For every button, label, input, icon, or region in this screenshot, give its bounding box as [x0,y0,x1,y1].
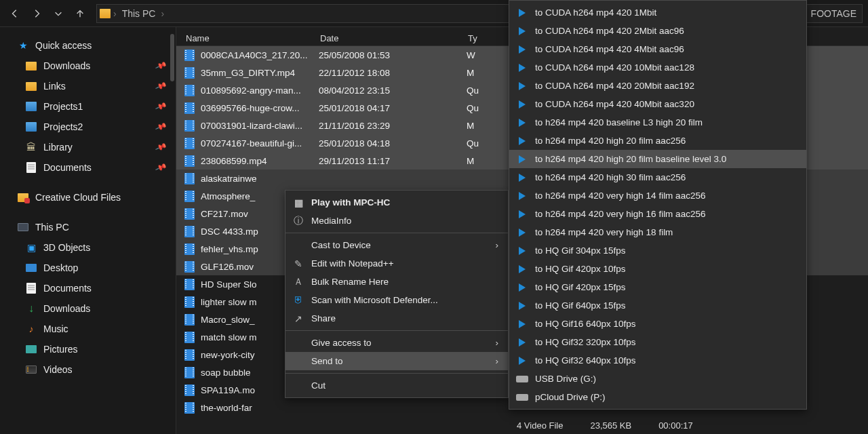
sendto-item[interactable]: to CUDA h264 mp4 420 4Mbit aac96 [509,40,806,58]
sendto-item[interactable]: to h264 mp4 420 very high 16 film aac256 [509,205,806,223]
ctx-cut[interactable]: Cut [285,376,508,395]
sidebar-item-documents-pc[interactable]: Documents [0,278,176,298]
chevron-right-icon: › [496,240,499,250]
sendto-item[interactable]: to h264 mp4 420 high 20 film baseline le… [509,150,806,168]
file-type: Qu [457,138,479,149]
sendto-item[interactable]: to HQ Gif32 320px 10fps [509,333,806,351]
sendto-item[interactable]: to CUDA h264 mp4 420 2Mbit aac96 [509,22,806,40]
up-button[interactable] [71,4,90,23]
sendto-item[interactable]: to CUDA h264 mp4 420 20Mbit aac192 [509,77,806,95]
sidebar-item-desktop[interactable]: Desktop [0,258,176,278]
sendto-item[interactable]: to h264 mp4 420 high 20 film aac256 [509,132,806,150]
sidebar-item-label: Creative Cloud Files [35,192,121,203]
sidebar-item-music[interactable]: ♪Music [0,319,176,339]
sendto-item[interactable]: to HQ Gif32 640px 10fps [509,351,806,370]
play-triangle-icon [516,62,528,74]
pin-icon: 📌 [155,121,167,133]
sendto-drive[interactable]: USB Drive (G:) [509,370,806,388]
sidebar-item-quick-access[interactable]: ★Quick access [0,35,176,56]
breadcrumb-footage[interactable]: FOOTAGE [808,8,859,19]
video-file-icon [183,66,195,79]
sidebar-item-documents[interactable]: Documents📌 [0,157,176,178]
ctx-mediainfo[interactable]: ⓘMediaInfo [285,212,508,230]
sendto-item[interactable]: to h264 mp4 420 baseline L3 high 20 film [509,113,806,132]
sidebar-item-this-pc[interactable]: This PC [0,217,176,237]
play-triangle-icon [516,98,528,111]
ctx-label: Play with MPC-HC [311,197,390,208]
sendto-label: to h264 mp4 420 high 20 film aac256 [535,136,686,146]
disk-icon [26,122,37,132]
ctx-send-to[interactable]: Send to› [285,352,508,370]
sidebar-item-creative-cloud[interactable]: Creative Cloud Files [0,187,176,208]
file-name: 036995766-huge-crow... [201,103,309,113]
file-date: 25/05/2008 01:53 [309,50,457,60]
sidebar-item-label: Documents [43,283,92,294]
chevron-right-icon: › [496,338,499,348]
ctx-notepad[interactable]: ✎Edit with Notepad++ [285,254,508,273]
sidebar-item-downloads[interactable]: Downloads📌 [0,56,176,76]
sendto-item[interactable]: to h264 mp4 420 very high 18 film [509,223,806,241]
ctx-give-access[interactable]: Give access to› [285,334,508,352]
breadcrumb-this-pc[interactable]: This PC [119,8,159,19]
sidebar-item-3d-objects[interactable]: ▣3D Objects [0,237,176,258]
ctx-label: Bulk Rename Here [311,277,389,287]
video-file-icon [183,155,195,167]
ctx-cast[interactable]: Cast to Device› [285,236,508,254]
sendto-label: to CUDA h264 mp4 420 20Mbit aac192 [535,81,694,91]
notepad-icon: ✎ [292,258,304,270]
sidebar-item-links[interactable]: Links📌 [0,76,176,96]
sendto-item[interactable]: to HQ Gif 304px 15fps [509,241,806,260]
sendto-item[interactable]: to h264 mp4 420 very high 14 film aac256 [509,186,806,205]
separator [285,373,508,374]
sidebar-item-label: 3D Objects [43,242,90,253]
scrollbar-thumb[interactable] [170,34,174,81]
sidebar-item-label: Downloads [43,303,90,314]
column-header-name[interactable]: Name [176,33,311,43]
pin-icon: 📌 [155,161,167,174]
video-file-icon [183,225,195,237]
ctx-share[interactable]: ↗Share [285,309,508,328]
sidebar-item-label: Documents [43,162,92,173]
column-header-date[interactable]: Date [311,33,458,43]
back-button[interactable] [5,4,24,23]
play-triangle-icon [516,43,528,56]
chevron-right-icon: › [113,8,117,19]
sidebar-item-pictures[interactable]: Pictures [0,339,176,359]
sendto-item[interactable]: to h264 mp4 420 high 30 film aac256 [509,168,806,186]
sidebar-item-projects2[interactable]: Projects2📌 [0,117,176,137]
ctx-defender[interactable]: ⛨Scan with Microsoft Defender... [285,291,508,309]
sendto-item[interactable]: to CUDA h264 mp4 420 10Mbit aac128 [509,58,806,77]
pictures-icon [26,345,37,353]
sidebar-item-downloads-pc[interactable]: ↓Downloads [0,298,176,319]
recent-dropdown-button[interactable] [49,4,68,23]
play-triangle-icon [516,263,528,275]
context-menu: ▦Play with MPC-HC ⓘMediaInfo Cast to Dev… [285,190,509,398]
ctx-label: MediaInfo [311,216,351,226]
sendto-item[interactable]: to CUDA h264 mp4 420 1Mbit [509,3,806,22]
sidebar-item-projects1[interactable]: Projects1📌 [0,96,176,117]
sendto-drive[interactable]: pCloud Drive (P:) [509,388,806,406]
pin-icon: 📌 [155,100,167,113]
play-triangle-icon [516,25,528,37]
star-icon: ★ [18,40,28,51]
sidebar-item-library[interactable]: 🏛Library📌 [0,137,176,157]
sidebar-item-label: Library [43,142,73,153]
sendto-item[interactable]: to CUDA h264 mp4 420 40Mbit aac320 [509,95,806,113]
sendto-item[interactable]: to HQ Gif16 640px 10fps [509,315,806,333]
video-file-icon [183,102,195,114]
sendto-label: to HQ Gif16 640px 10fps [535,319,636,329]
play-triangle-icon [516,117,528,129]
sidebar-item-videos[interactable]: Videos [0,359,176,380]
ctx-bulk-rename[interactable]: ＡBulk Rename Here [285,273,508,291]
file-name: alaskatrainwe [201,174,309,184]
forward-button[interactable] [27,4,46,23]
shield-icon: ⛨ [292,294,304,307]
ctx-play[interactable]: ▦Play with MPC-HC [285,193,508,212]
sendto-label: to h264 mp4 420 high 20 film baseline le… [535,154,726,164]
video-file-icon [183,172,195,184]
sendto-item[interactable]: to HQ Gif 420px 15fps [509,278,806,296]
sendto-item[interactable]: to HQ Gif 640px 15fps [509,296,806,315]
file-name: the-world-far [201,403,309,413]
library-icon: 🏛 [26,142,37,153]
sendto-item[interactable]: to HQ Gif 420px 10fps [509,260,806,278]
